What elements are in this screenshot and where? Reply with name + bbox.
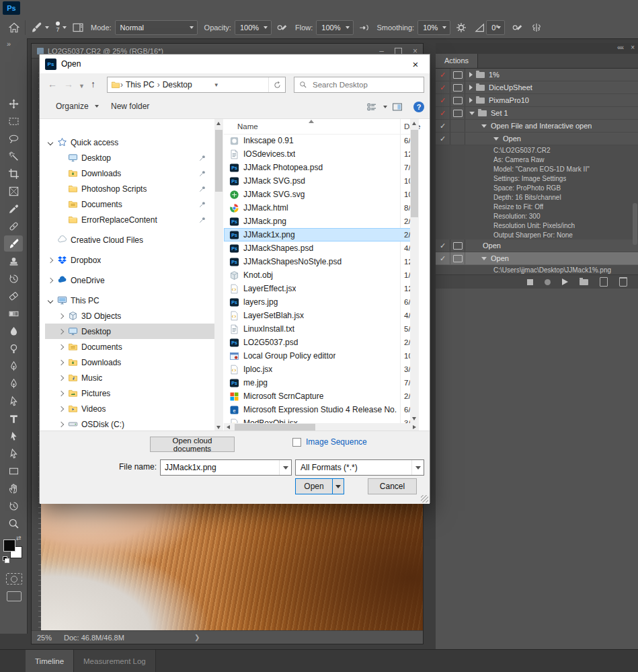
action-dialog-toggle[interactable]	[450, 81, 465, 94]
gradient-tool[interactable]	[4, 305, 23, 322]
scrollbar-thumb[interactable]	[411, 130, 418, 217]
pressure-opacity-icon[interactable]	[276, 22, 288, 34]
view-mode-button[interactable]	[366, 102, 387, 112]
chevron-down-icon[interactable]	[411, 460, 424, 475]
action-row[interactable]: Model: "Canon EOS-1D Mark II"	[436, 164, 638, 174]
opacity-select[interactable]: 100%	[235, 20, 272, 35]
action-row[interactable]: Output Sharpen For: None	[436, 230, 638, 239]
brush-tool[interactable]	[4, 235, 23, 252]
shape-tool[interactable]	[4, 463, 23, 479]
path-selection-tool[interactable]	[4, 428, 23, 444]
action-enable-toggle[interactable]	[436, 94, 450, 106]
file-row[interactable]: Iploc.jsx 3/22	[224, 363, 419, 376]
quick-mask-icon[interactable]	[6, 573, 22, 585]
action-row[interactable]: Resize to Fit: Off	[436, 202, 638, 211]
forward-icon[interactable]: →	[64, 79, 73, 89]
scroll-down-icon[interactable]	[412, 417, 416, 420]
hand-tool[interactable]	[4, 480, 23, 496]
open-button-label[interactable]: Open	[296, 479, 332, 494]
new-folder-button[interactable]: New folder	[111, 102, 149, 111]
tab-timeline[interactable]: Timeline	[26, 650, 74, 672]
convert-point-tool[interactable]	[4, 393, 23, 409]
action-row[interactable]: Depth: 16 Bits/channel	[436, 192, 638, 202]
expand-arrow-icon[interactable]	[481, 124, 487, 128]
expand-arrow-icon[interactable]	[469, 98, 473, 103]
action-enable-toggle[interactable]	[436, 252, 450, 264]
action-row[interactable]: C:\LO2G5037.CR2	[436, 145, 638, 155]
scroll-up-icon[interactable]	[412, 122, 416, 125]
back-icon[interactable]: ←	[48, 79, 57, 89]
action-row[interactable]: Open	[436, 133, 638, 145]
action-enable-toggle[interactable]	[436, 133, 450, 145]
sidebar-item[interactable]: Documents	[45, 196, 214, 212]
action-row[interactable]: Space: ProPhoto RGB	[436, 183, 638, 192]
status-chevron-icon[interactable]: ❯	[194, 634, 200, 641]
canvas-photo[interactable]	[41, 504, 423, 632]
action-row[interactable]: PixmaPro10	[436, 94, 638, 107]
tree-chevron-icon[interactable]	[58, 328, 65, 334]
tree-chevron-icon[interactable]	[58, 344, 65, 350]
chevron-down-icon[interactable]	[279, 460, 291, 475]
resize-grip[interactable]	[421, 495, 428, 502]
action-enable-toggle[interactable]	[436, 81, 450, 94]
sidebar-item[interactable]: Dropbox	[45, 252, 214, 268]
breadcrumb-this-pc[interactable]: This PC	[123, 80, 157, 89]
file-row[interactable]: IOSdevices.txt 12/2	[224, 147, 419, 161]
file-row[interactable]: JJMack.png 2/27	[224, 215, 419, 228]
toolbar-expand-icon[interactable]: »	[7, 40, 10, 48]
action-row[interactable]: DiceUpSheet	[436, 81, 638, 94]
tree-chevron-icon[interactable]	[58, 390, 65, 396]
file-row[interactable]: me.jpg 7/31	[224, 376, 419, 389]
pressure-size-icon[interactable]	[512, 22, 524, 34]
action-enable-toggle[interactable]	[436, 239, 450, 252]
file-row[interactable]: JJMack SVG.svg 10/1	[224, 188, 419, 201]
organize-button[interactable]: Organize	[56, 102, 99, 111]
action-row[interactable]: Set 1	[436, 107, 638, 120]
file-row[interactable]: JJMack SVG.psd 10/1	[224, 174, 419, 188]
zoom-level[interactable]: 25%	[37, 634, 64, 642]
scroll-up-icon[interactable]	[216, 122, 221, 125]
chevron-down-icon[interactable]	[63, 26, 67, 29]
tree-chevron-icon[interactable]	[48, 139, 54, 145]
expand-arrow-icon[interactable]	[469, 112, 475, 115]
swap-colors-icon[interactable]: ⇄	[16, 535, 22, 542]
file-row[interactable]: LinuxInstall.txt 5/12	[224, 322, 419, 336]
symmetry-icon[interactable]	[530, 22, 543, 34]
action-dialog-toggle[interactable]	[450, 252, 465, 264]
tree-chevron-icon[interactable]	[58, 313, 65, 319]
tree-chevron-icon[interactable]	[48, 297, 54, 303]
action-row[interactable]: Open	[436, 239, 638, 252]
play-action-icon[interactable]	[562, 278, 568, 285]
sidebar-item[interactable]: OneDrive	[45, 272, 214, 288]
file-row[interactable]: layers.jpg 6/30	[224, 295, 419, 309]
scroll-down-icon[interactable]	[216, 426, 221, 429]
file-row[interactable]: LayerEffect.jsx 12/2	[224, 282, 419, 295]
file-row[interactable]: LayerSetBlah.jsx 4/2/	[224, 309, 419, 322]
healing-brush-tool[interactable]	[4, 218, 23, 234]
file-row[interactable]: Microsoft ScrnCapture 2/22	[224, 389, 419, 403]
breadcrumb-desktop[interactable]: Desktop	[160, 80, 195, 89]
foreground-color-swatch[interactable]	[3, 539, 15, 552]
quick-selection-tool[interactable]	[4, 148, 23, 164]
dodge-tool[interactable]	[4, 340, 23, 357]
action-dialog-toggle[interactable]	[450, 94, 465, 106]
file-list-scrollbar[interactable]	[410, 119, 419, 423]
open-button[interactable]: Open	[295, 478, 344, 494]
brush-preset-icon[interactable]	[30, 22, 42, 34]
refresh-icon[interactable]	[268, 77, 285, 92]
default-colors-icon[interactable]	[3, 556, 9, 562]
expand-arrow-icon[interactable]	[469, 85, 473, 90]
image-sequence-label[interactable]: Image Sequence	[306, 437, 367, 447]
action-row[interactable]: 1%	[436, 69, 638, 81]
sidebar-item[interactable]: Photoshop Scripts	[45, 181, 214, 196]
action-row[interactable]: Resolution Unit: Pixels/inch	[436, 221, 638, 230]
mode-select[interactable]: Normal	[115, 20, 198, 35]
new-action-icon[interactable]	[600, 277, 608, 287]
sidebar-item[interactable]: ErrorReplaceContent	[45, 212, 214, 227]
file-row[interactable]: Inkscape 0.91 6/4/	[224, 134, 419, 147]
crop-tool[interactable]	[4, 165, 23, 182]
lasso-tool[interactable]	[4, 130, 23, 147]
file-row[interactable]: JJMackShapesNoStyle.psd 12/2	[224, 255, 419, 268]
file-row[interactable]: JJMack.html 8/10	[224, 201, 419, 215]
action-row[interactable]: Open File and Interactive open	[436, 120, 638, 133]
